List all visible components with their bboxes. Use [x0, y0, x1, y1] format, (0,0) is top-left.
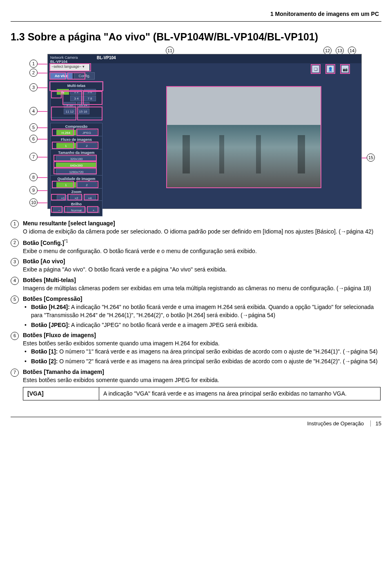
item-2-head: Botão [Config.] — [23, 240, 64, 246]
vga-table: [VGA] A indicação "VGA" ficará verde e a… — [23, 387, 381, 401]
item-6-b1: Botão [1]: O número "1" ficará verde e a… — [23, 348, 381, 356]
flux-1[interactable]: 1 — [56, 143, 76, 149]
panel-tamanho: Tamanho da imagem 320x180 640x360 1280x7… — [50, 149, 102, 178]
item-4: Botões [Multi-telas] Imagens de múltipla… — [11, 276, 381, 293]
language-select[interactable]: −select language− ▾ — [50, 64, 89, 71]
callout-6: 6 — [29, 135, 38, 143]
callout-9: 9 — [29, 186, 38, 194]
callout-2: 2 — [29, 69, 38, 77]
bri-plus[interactable]: + — [87, 207, 100, 213]
panel-multitelas: Multi-telas ▦1 25 6 3 47 8 9 1013 14 11 … — [50, 82, 102, 118]
qual-2[interactable]: 2 — [77, 182, 97, 188]
vga-key: [VGA] — [23, 387, 99, 400]
size-1280[interactable]: 1280x720 — [56, 169, 97, 175]
snapshot-icon[interactable]: 📷 — [341, 65, 349, 73]
item-5: Botões [Compressão] Botão [H.264]: A ind… — [11, 295, 381, 329]
callout-8: 8 — [29, 173, 38, 181]
page-footer: Instruções de Operação 15 — [11, 417, 381, 427]
zoom-x4[interactable]: ×4 — [84, 195, 96, 201]
callout-14: 14 — [348, 47, 356, 55]
callout-11: 11 — [166, 47, 174, 55]
expand-icon[interactable]: ❏ — [312, 65, 319, 73]
annotated-screenshot: 1 2 3 4 5 6 7 8 9 10 11 12 13 14 15 — [11, 47, 378, 214]
item-1-head: Menu resultante [select language] — [23, 220, 115, 227]
callout-10: 10 — [29, 198, 38, 207]
item-4-text: Imagens de múltiplas câmeras podem ser e… — [23, 285, 371, 291]
btn-h264[interactable]: H.264 — [56, 130, 76, 136]
item-3-text: Exibe a página "Ao vivo". O botão ficará… — [23, 266, 227, 273]
size-320[interactable]: 320x180 — [56, 156, 97, 162]
item-7: Botões [Tamanho da imagem] Estes botões … — [11, 368, 381, 400]
item-2-sup: *1 — [64, 239, 68, 243]
item-7-head: Botões [Tamanho da imagem] — [23, 369, 104, 375]
live-video-area[interactable] — [166, 86, 321, 188]
item-5-head: Botões [Compressão] — [23, 296, 82, 302]
qual-1[interactable]: 1 — [56, 182, 76, 188]
item-5-b1: Botão [H.264]: A indicação "H.264" no bo… — [23, 303, 381, 320]
callout-15: 15 — [367, 153, 375, 162]
callout-4: 4 — [29, 107, 38, 115]
footer-label: Instruções de Operação — [307, 420, 364, 427]
zoom-x2[interactable]: ×2 — [70, 195, 82, 201]
callout-3: 3 — [29, 83, 38, 91]
item-3-head: Botão [Ao vivo] — [23, 258, 65, 265]
callout-13: 13 — [336, 47, 344, 55]
item-5-b2: Botão [JPEG]: A indicação "JPEG" no botã… — [23, 321, 381, 329]
camera-ui-screenshot: Network CameraBL-VP104 BL-VP104 −select … — [47, 54, 362, 209]
item-2: Botão [Config.]*1 Exibe o menu de config… — [11, 238, 381, 255]
item-6: Botões [Fluxo de imagens] Estes botões s… — [11, 331, 381, 366]
btn-jpeg[interactable]: JPEG — [77, 130, 97, 136]
panel-brilho: Brilho −Normal+ — [50, 200, 102, 216]
tab-live[interactable]: Ao vivo — [50, 72, 73, 80]
item-6-text: Estes botões serão exibidos somente quan… — [23, 340, 220, 347]
page-number: 15 — [370, 420, 381, 427]
size-640[interactable]: 640x360 — [56, 162, 97, 168]
tab-config[interactable]: Config. — [74, 72, 95, 80]
bri-normal[interactable]: Normal — [67, 207, 86, 213]
item-3: Botão [Ao vivo] Exibe a página "Ao vivo"… — [11, 258, 381, 274]
multitela-btn-1[interactable]: ▦ — [57, 89, 69, 95]
callout-12: 12 — [323, 47, 332, 55]
item-4-head: Botões [Multi-telas] — [23, 277, 76, 283]
section-title: 1.3 Sobre a página "Ao vivo" (BL-VP104W/… — [11, 31, 381, 43]
callout-5: 5 — [29, 123, 38, 131]
header-rule — [11, 21, 381, 22]
chapter-header: 1 Monitoramento de imagens em um PC — [11, 11, 381, 17]
item-1-text: O idioma de exibição da câmera pode ser … — [23, 228, 373, 235]
flux-2[interactable]: 2 — [77, 143, 97, 149]
bri-minus[interactable]: − — [53, 207, 65, 213]
item-6-b2: Botão [2]: O número "2" ficará verde e a… — [23, 358, 381, 366]
callout-1: 1 — [29, 60, 38, 68]
zoom-x1[interactable]: ×1 — [57, 195, 69, 201]
vga-val: A indicação "VGA" ficará verde e as imag… — [99, 387, 381, 400]
item-2-text: Exibe o menu de configuração. O botão fi… — [23, 248, 257, 254]
item-6-head: Botões [Fluxo de imagens] — [23, 332, 96, 338]
user-icon[interactable]: 👤 — [327, 65, 334, 73]
callout-7: 7 — [29, 153, 38, 161]
item-7-text: Estes botões serão exibidos somente quan… — [23, 377, 219, 383]
item-1: Menu resultante [select language] O idio… — [11, 220, 381, 236]
